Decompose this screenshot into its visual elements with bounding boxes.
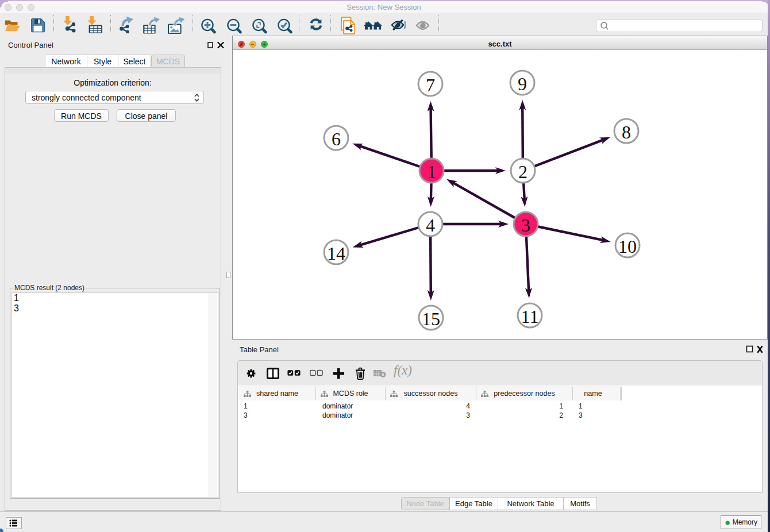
svg-text:9: 9 xyxy=(518,74,527,94)
svg-text:15: 15 xyxy=(422,309,440,329)
svg-text:2: 2 xyxy=(518,161,528,182)
svg-text:10: 10 xyxy=(618,236,637,257)
svg-text:3: 3 xyxy=(521,215,530,236)
svg-text:14: 14 xyxy=(327,243,345,264)
svg-text:11: 11 xyxy=(521,306,539,327)
svg-text:6: 6 xyxy=(332,129,341,149)
svg-text:1: 1 xyxy=(427,161,436,182)
svg-text:4: 4 xyxy=(426,215,435,236)
svg-text:7: 7 xyxy=(426,75,435,95)
svg-text:8: 8 xyxy=(622,122,631,142)
